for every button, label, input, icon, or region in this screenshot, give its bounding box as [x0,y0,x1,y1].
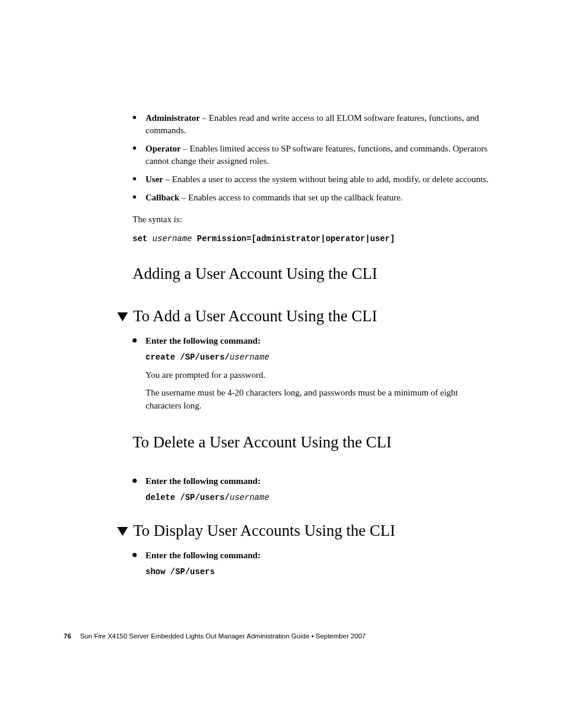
section-delete: To Delete a User Account Using the CLI [133,433,494,452]
step-instruction: Enter the following command: [146,475,494,488]
triangle-down-icon [117,312,128,321]
role-name: Administrator [146,113,200,123]
step-list: Enter the following command: delete /SP/… [133,475,494,503]
role-desc: – Enables limited access to SP software … [146,144,488,166]
step-item: Enter the following command: show /SP/us… [133,549,494,578]
step-list: Enter the following command: create /SP/… [133,335,494,412]
role-item: User – Enables a user to access the syst… [133,173,494,186]
command-line: show /SP/users [146,566,494,578]
syntax-var: username [153,234,197,243]
step-note: You are prompted for a password. [146,369,494,382]
cmd-italic: username [230,353,269,362]
page-content: Administrator – Enables read and write a… [0,0,562,578]
syntax-rest: Permission=[administrator|operator|user] [197,234,395,243]
step-list: Enter the following command: show /SP/us… [133,549,494,578]
role-name: User [146,174,163,184]
step-instruction: Enter the following command: [146,549,494,562]
command-line: delete /SP/users/username [146,492,494,503]
syntax-kw: set [133,234,153,243]
role-item: Administrator – Enables read and write a… [133,112,494,137]
step-note: The username must be 4-20 characters lon… [146,387,494,413]
syntax-intro: The syntax is: [133,213,494,226]
step-item: Enter the following command: delete /SP/… [133,475,494,503]
cmd-italic: username [230,493,269,502]
role-item: Callback – Enables access to commands th… [133,192,494,204]
step-item: Enter the following command: create /SP/… [133,335,494,412]
procedure-header: To Display User Accounts Using the CLI [117,521,494,540]
cmd-bold: delete /SP/users/ [146,493,230,502]
section-adding: Adding a User Account Using the CLI [133,265,494,283]
procedure-header: To Add a User Account Using the CLI [117,307,494,325]
cmd-bold: create /SP/users/ [146,353,230,362]
footer-text: Sun Fire X4150 Server Embedded Lights Ou… [80,633,366,640]
role-list: Administrator – Enables read and write a… [133,112,494,204]
role-desc: – Enables a user to access the system wi… [163,174,488,184]
page-number: 76 [64,633,71,640]
triangle-down-icon [117,527,128,536]
proc-to-add: To Add a User Account Using the CLI [133,307,377,325]
role-desc: – Enables access to commands that set up… [180,193,403,202]
page-footer: 76 Sun Fire X4150 Server Embedded Lights… [64,633,366,640]
role-item: Operator – Enables limited access to SP … [133,143,494,167]
role-name: Callback [146,193,180,202]
step-instruction: Enter the following command: [146,335,494,348]
proc-to-display: To Display User Accounts Using the CLI [133,522,395,540]
role-name: Operator [146,144,181,153]
cmd-bold: show /SP/users [146,567,215,577]
command-line: create /SP/users/username [146,351,494,363]
syntax-line: set username Permission=[administrator|o… [133,234,494,243]
